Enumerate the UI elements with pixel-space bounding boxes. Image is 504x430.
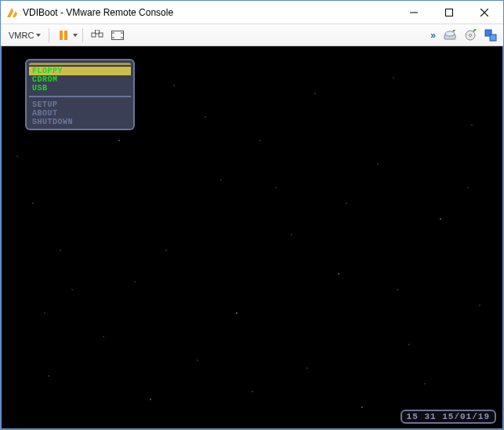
drive-icon[interactable] [441, 27, 459, 44]
svg-point-45 [60, 250, 61, 251]
svg-point-48 [45, 313, 45, 314]
chevron-down-icon [36, 34, 41, 37]
svg-rect-3 [64, 31, 67, 40]
svg-point-17 [118, 140, 119, 140]
svg-rect-2 [60, 31, 63, 40]
svg-point-15 [32, 202, 33, 203]
svg-point-28 [48, 375, 49, 376]
cd-icon[interactable] [461, 27, 480, 44]
svg-point-25 [408, 344, 409, 344]
svg-point-16 [72, 290, 73, 290]
console-viewport[interactable]: FLOPPY CDROM USB SETUP ABOUT SHUTDOWN 15… [1, 46, 503, 429]
devices-icon[interactable] [481, 27, 500, 44]
clock-display: 15 31 15/01/19 [401, 410, 496, 424]
pause-button[interactable] [54, 27, 73, 44]
svg-point-32 [252, 391, 252, 392]
svg-point-20 [236, 312, 237, 314]
svg-point-34 [361, 406, 362, 407]
svg-point-50 [468, 188, 469, 188]
svg-rect-7 [112, 31, 124, 39]
boot-menu-header [29, 63, 131, 65]
svg-point-19 [205, 116, 205, 117]
svg-point-35 [425, 384, 426, 384]
svg-rect-1 [445, 9, 452, 16]
expand-arrow-icon[interactable]: » [427, 30, 439, 41]
svg-rect-13 [490, 35, 496, 41]
svg-point-9 [445, 31, 455, 36]
svg-point-41 [292, 235, 292, 235]
vmrc-menu-label: VMRC [9, 31, 34, 40]
svg-point-22 [314, 93, 315, 93]
window-title: VDIBoot - VMware Remote Console [23, 7, 396, 18]
svg-point-38 [393, 78, 394, 78]
svg-point-26 [440, 218, 441, 220]
chevron-down-icon[interactable] [73, 34, 78, 37]
svg-point-30 [150, 399, 150, 399]
boot-menu-divider [29, 96, 131, 97]
svg-point-39 [17, 156, 18, 157]
svg-point-44 [135, 282, 136, 282]
svg-point-43 [346, 203, 347, 204]
svg-point-31 [198, 360, 198, 361]
svg-rect-0 [410, 12, 418, 13]
send-ctrl-alt-del-button[interactable] [88, 27, 107, 44]
svg-point-42 [221, 180, 222, 180]
separator [49, 28, 49, 42]
svg-point-18 [166, 250, 167, 251]
svg-point-46 [260, 140, 261, 141]
boot-item-usb[interactable]: USB [29, 84, 131, 93]
toolbar: VMRC » [1, 24, 503, 46]
svg-point-23 [338, 273, 339, 274]
close-button[interactable] [466, 1, 502, 24]
boot-item-about[interactable]: ABOUT [29, 109, 131, 118]
svg-point-47 [174, 86, 175, 86]
svg-point-29 [103, 337, 104, 337]
minimize-button[interactable] [396, 1, 431, 24]
svg-point-11 [470, 34, 472, 36]
app-window: VDIBoot - VMware Remote Console VMRC [0, 0, 504, 430]
vmrc-menu[interactable]: VMRC [4, 31, 44, 40]
boot-item-floppy[interactable]: FLOPPY [29, 67, 131, 75]
svg-point-24 [378, 164, 379, 165]
svg-point-40 [480, 305, 480, 306]
maximize-button[interactable] [431, 1, 466, 24]
window-controls [396, 1, 502, 24]
titlebar: VDIBoot - VMware Remote Console [1, 1, 503, 24]
svg-point-33 [307, 368, 308, 369]
separator [82, 28, 83, 42]
boot-item-setup[interactable]: SETUP [29, 100, 131, 109]
svg-point-49 [397, 290, 398, 290]
svg-point-21 [276, 188, 277, 188]
boot-item-shutdown[interactable]: SHUTDOWN [29, 118, 131, 126]
svg-point-27 [472, 125, 473, 126]
boot-item-cdrom[interactable]: CDROM [29, 75, 131, 84]
fullscreen-button[interactable] [108, 27, 127, 44]
boot-menu: FLOPPY CDROM USB SETUP ABOUT SHUTDOWN [25, 59, 135, 130]
app-icon [5, 6, 18, 19]
